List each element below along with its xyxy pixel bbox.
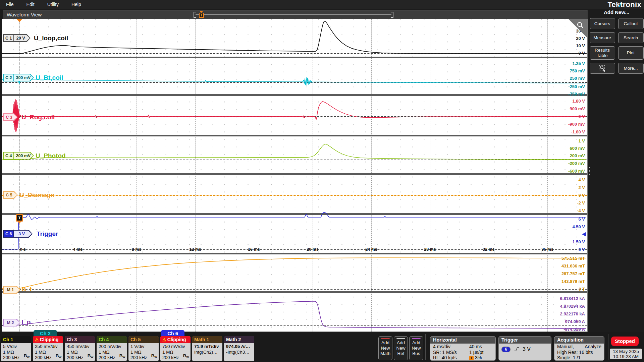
trigger-marker-icon[interactable]: T [16,214,23,222]
menu-utility[interactable]: Utility [47,2,59,7]
badge-content: C 3 [4,114,17,120]
channel-name-c5: U_Diamagn [19,191,55,199]
channel-badge-m2[interactable]: M 2 [3,319,20,326]
panel-drag-handle[interactable] [589,167,590,175]
axis-label-m2: 6.818412 kA [541,296,585,302]
axis-label-c2: 250 mV [541,75,585,81]
axis-label-c1: 10 V [541,43,585,49]
badge-segment: C 4 [4,153,13,159]
sidebar-button-cursors[interactable]: Cursors [590,18,615,29]
separator [425,334,426,360]
channel-config-badge-ch-1[interactable]: Ch 15 V/div1 MΩ200 kHzBW [1,336,31,361]
channel-config-badge-clipping[interactable]: Ch 6⚠Clipping750 mV/div1 MΩ200 kHzBW [160,336,191,361]
channel-config-badge-ch-3[interactable]: Ch 3450 mV/div1 MΩ200 kHzBW [65,336,95,361]
acquisition-analyze: Analyze [585,344,601,350]
add-new-ref[interactable]: AddNewRef [394,336,408,360]
sidebar-button-zoom-select[interactable] [590,63,615,74]
channel-config-badge-math-2[interactable]: Math 2974.05 A/…-Intg(Ch3… [224,336,254,361]
badge-body: 250 mV/div1 MΩ200 kHzBW [33,343,63,361]
time-axis-label: 32 ms [479,247,498,252]
acquisition-resolution: High Res: 16 bits [557,350,601,355]
bandwidth-limit-icon: BW [24,353,30,360]
channel-config-badge-clipping[interactable]: Ch 2⚠Clipping250 mV/div1 MΩ200 kHzBW [33,336,63,361]
channel-config-badge-math-1[interactable]: Math 171.9 mT/divIntg(Ch2)… [192,336,222,361]
badge-content: C 63 V [4,231,32,237]
channel-badge-c5[interactable]: C 5 [3,191,18,199]
overview-trigger-icon[interactable]: T [199,13,204,18]
badge-segment: 300 mV [13,74,35,81]
time-axis-label: 28 ms [421,247,439,252]
channel-name-c3: U_Rog,coil [21,113,55,121]
sidebar-button-more[interactable]: More... [618,63,644,74]
trigger-level-arrow-icon[interactable] [582,232,586,237]
overview-right-bracket[interactable] [391,12,393,18]
sidebar-button-search[interactable]: Search [618,32,644,43]
channel-badge-c1[interactable]: C 120 V [3,34,31,42]
acquisition-panel[interactable]: Acquisition Manual,Analyze High Res: 16 … [554,336,604,361]
add-new-bus[interactable]: AddNewBus [409,336,423,360]
axis-label-c4: 200 mV [541,153,585,159]
bandwidth-limit-icon: BW [119,353,125,360]
trigger-panel[interactable]: Trigger 6 3 V [498,336,551,361]
add-new-math[interactable]: AddNewMath [378,336,392,360]
overview-left-bracket[interactable] [194,12,196,18]
axis-label-c1: 0 V [541,50,585,56]
badge-body: 750 mV/div1 MΩ200 kHzBW [160,343,191,361]
badge-header: Math 1 [192,336,222,343]
acquisition-overview-bar[interactable]: T [194,11,393,18]
badge-segment: C 5 [4,192,17,198]
badge-segment: 200 mV [13,153,35,159]
sidebar-button-plot[interactable]: Plot [618,46,644,60]
horizontal-scale: 4 ms/div [433,344,469,350]
channel-badge-c6[interactable]: C 63 V [3,230,33,238]
horizontal-panel-title: Horizontal [430,337,495,344]
axis-label-c4: -600 mV [541,168,585,174]
badge-body: 974.05 A/…-Intg(Ch3… [224,343,254,361]
overview-line [196,14,391,15]
run-stop-status-button[interactable]: Stopped [611,337,639,346]
badge-content: C 4200 mV [4,153,33,159]
axis-label-c5: -4 V [541,208,585,214]
sidebar-button-callout[interactable]: Callout [618,18,644,29]
channel-config-badge-ch-5[interactable]: Ch 51 V/div1 MΩ200 kHzBW [128,336,159,361]
menu-file[interactable]: File [6,2,14,7]
axis-label-c2: -750 mV [541,91,585,97]
channel-config-badge-ch-4[interactable]: Ch 4200 mV/div1 MΩ200 kHzBW [97,336,127,361]
time-axis-label: 4 ms [68,247,87,252]
menu-edit[interactable]: Edit [26,2,35,7]
sidebar-button-measure[interactable]: Measure [590,32,615,43]
trigger-marker-tail [17,221,21,226]
trigger-position-top-icon[interactable] [17,19,22,25]
time-axis-label: 36 ms [538,247,557,252]
menu-help[interactable]: Help [71,2,81,7]
right-sidebar: Add New... CursorsCalloutMeasureSearchRe… [589,9,644,331]
trigger-position-value: T3% [469,355,482,361]
accent-line [381,338,390,339]
axis-label-m1: 287.757 mT [541,271,585,277]
trace-m2 [2,301,586,328]
waveform-traces [2,19,587,331]
axis-label-m1: 0 T [541,286,585,292]
axis-label-c3: 900 mV [541,106,585,112]
acquisition-mode: Manual, [557,344,574,350]
badge-body: 1 V/div1 MΩ200 kHzBW [128,343,159,361]
sidebar-button-results-table[interactable]: Results Table [590,46,615,60]
axis-label-c3: -900 mV [541,121,585,127]
badge-header: Ch 1 [1,336,31,343]
channel-badge-c2[interactable]: C 2300 mV [3,74,34,81]
badge-segment: C 2 [4,74,13,81]
axis-label-m2: 4.870294 kA [541,303,585,309]
channel-badge-c4[interactable]: C 4200 mV [3,152,34,160]
axis-label-c4: 1 V [541,138,585,144]
accent-line [396,338,405,339]
channel-badge-c3[interactable]: C 3 [3,113,18,121]
axis-label-c4: -200 mV [541,161,585,167]
menu-bar: FileEditUtilityHelp [0,0,644,9]
horizontal-window: 40 ms [469,344,482,350]
badge-segment: C 1 [4,35,13,41]
horizontal-panel[interactable]: Horizontal 4 ms/div40 ms SR: 1 MS/s1 µs/… [430,336,496,361]
badge-segment: M 2 [4,319,20,326]
channel-badge-m1[interactable]: M 1 [3,286,20,294]
axis-label-c3: 0 V [541,114,585,120]
axis-label-c4: 600 mV [541,145,585,152]
